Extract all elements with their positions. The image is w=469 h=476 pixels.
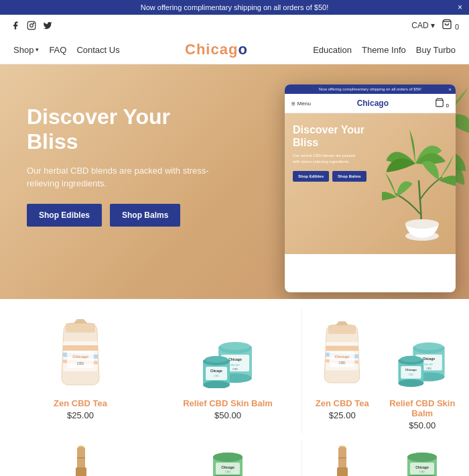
svg-text:RELIEF: RELIEF [425,363,434,365]
social-icons [10,20,53,31]
mobile-logo: Chicago [357,99,389,108]
svg-text:CBD: CBD [339,361,346,364]
announcement-close[interactable]: × [458,3,462,12]
svg-text:CBD: CBD [426,367,431,369]
twitter-icon[interactable] [42,20,53,31]
svg-rect-29 [206,367,227,380]
shop-edibles-button[interactable]: Shop Edibles [27,204,102,227]
svg-text:Chicago: Chicago [228,357,242,361]
mobile-cart-icon[interactable]: 0 [435,98,449,109]
mobile-shop-balms-button[interactable]: Shop Balms [332,171,366,182]
cart-button[interactable]: 0 [442,19,459,32]
mobile-close-icon: × [448,86,452,93]
svg-text:Chicago: Chicago [210,369,222,373]
svg-rect-38 [328,324,356,333]
nav-right: Education Theme Info Buy Turbo [313,45,456,55]
instagram-icon[interactable] [26,20,37,31]
mobile-hero-buttons: Shop Edibles Shop Balms [293,171,366,182]
product-card-zen-tea-right: Chicago CBD Zen CBD Tea $25.00 [302,309,383,434]
shop-link[interactable]: Shop ▾ [13,45,39,55]
main-nav: Shop ▾ FAQ Contact Us Chicago Education … [0,36,469,64]
mobile-hero-subtitle: Our herbal CBD blends are packed with st… [293,153,360,164]
site-logo[interactable]: Chicago [185,41,248,58]
product-image-relief-balm-right: Chicago RELIEF CBD Chicago CBD [389,312,456,393]
svg-point-11 [405,219,439,229]
svg-point-47 [415,342,443,349]
product-card-cream-bottom: Chicago CBD [154,440,302,476]
product-price-relief-balm: $50.00 [161,410,295,420]
product-image-tube-right [309,444,376,476]
products-right: Chicago CBD Zen CBD Tea $25.00 Chicago [302,309,462,434]
mobile-shop-edibles-button[interactable]: Shop Edibles [293,171,329,182]
product-name-relief-balm[interactable]: Relief CBD Skin Balm [161,398,295,408]
product-card-relief-balm: Chicago RELIEF CBD Chicago CBD [154,309,302,434]
svg-text:Chicago: Chicago [72,355,88,359]
shop-chevron: ▾ [36,46,39,53]
product-image-relief-balm: Chicago RELIEF CBD Chicago CBD [161,312,295,393]
mobile-menu-button[interactable]: ≡ Menu [291,100,311,107]
product-card-tube [7,440,154,476]
svg-rect-0 [27,21,36,29]
hero-title: Discover Your Bliss [27,105,214,154]
product-name-zen-tea[interactable]: Zen CBD Tea [13,398,147,408]
svg-point-50 [399,379,424,386]
svg-point-1 [30,23,34,27]
currency-selector[interactable]: CAD ▾ [411,21,435,30]
product-card-cream-right: Chicago CBD [383,440,463,476]
product-image-zen-tea-right: Chicago CBD [309,312,376,393]
svg-text:Chicago: Chicago [405,368,417,371]
svg-point-65 [213,453,243,462]
mobile-plant [382,113,456,241]
hamburger-icon: ≡ [291,100,295,107]
svg-text:Chicago: Chicago [335,354,350,358]
buy-turbo-link[interactable]: Buy Turbo [416,45,456,55]
theme-info-link[interactable]: Theme Info [362,45,406,55]
svg-rect-16 [66,323,95,333]
faq-link[interactable]: FAQ [49,45,66,55]
svg-text:CBD: CBD [232,367,238,371]
products-bottom-row: Chicago CBD [0,437,469,476]
product-image-tube [13,444,147,476]
svg-text:RELIEF: RELIEF [230,363,240,367]
product-card-tube-right [302,440,383,476]
svg-point-25 [220,342,250,350]
hero-subtitle: Our herbal CBD blends are packed with st… [27,164,214,190]
product-price-zen-tea-r: $25.00 [309,410,376,420]
svg-text:CBD: CBD [419,470,425,473]
shop-balms-button[interactable]: Shop Balms [110,204,180,227]
svg-point-2 [34,23,34,23]
currency-cart: CAD ▾ 0 [411,19,459,32]
svg-rect-57 [76,467,86,476]
bottom-right-products: Chicago CBD [302,440,462,476]
product-image-cream-bottom: Chicago CBD [161,444,295,476]
product-name-relief-balm-r[interactable]: Relief CBD Skin Balm [389,398,456,418]
facebook-icon[interactable] [10,20,21,31]
product-card-relief-balm-right: Chicago RELIEF CBD Chicago CBD Relief CB… [383,309,463,434]
svg-text:Chicago: Chicago [221,465,234,469]
bottom-left-products: Chicago CBD [7,440,302,476]
svg-rect-58 [77,457,85,459]
svg-point-33 [205,356,228,363]
svg-text:CBD: CBD [409,373,414,376]
svg-text:CBD: CBD [225,470,231,473]
product-image-cream-right: Chicago CBD [389,444,456,476]
svg-text:CBD: CBD [214,375,219,377]
top-bar: CAD ▾ 0 [0,15,469,36]
announcement-bar: Now offering complimentary shipping on a… [0,0,469,15]
education-link[interactable]: Education [313,45,352,55]
svg-text:CBD: CBD [77,361,84,365]
product-price-zen-tea: $25.00 [13,410,147,420]
announcement-text: Now offering complimentary shipping on a… [141,3,328,11]
svg-point-55 [401,355,422,361]
product-price-relief-balm-r: $50.00 [389,420,456,430]
product-name-zen-tea-r[interactable]: Zen CBD Tea [309,398,376,408]
hero-content: Discover Your Bliss Our herbal CBD blend… [27,105,214,227]
products-left: Chicago CBD Zen CBD Tea $25.00 [7,309,302,434]
product-image-zen-tea: Chicago CBD [13,312,147,393]
nav-left: Shop ▾ FAQ Contact Us [13,45,120,55]
mobile-announcement-bar: Now offering complimentary shipping on a… [285,84,456,94]
mobile-hero-content: Discover Your Bliss Our herbal CBD blend… [293,123,366,182]
contact-link[interactable]: Contact Us [76,45,119,55]
mobile-hero: Discover Your Bliss Our herbal CBD blend… [285,113,456,254]
svg-rect-67 [337,467,348,476]
